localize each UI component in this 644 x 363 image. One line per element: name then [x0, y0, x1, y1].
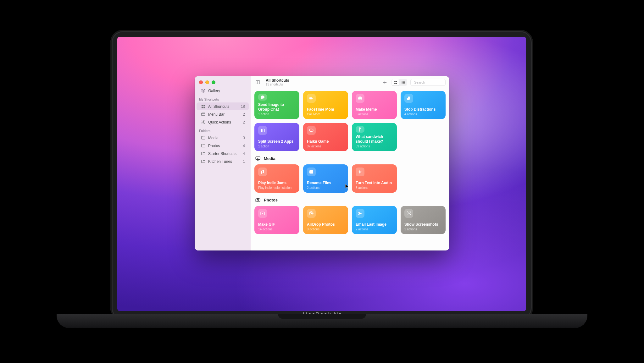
shortcut-title: Show Screenshots — [404, 222, 442, 227]
shortcut-title: Split Screen 2 Apps — [258, 139, 296, 144]
camera-icon — [255, 197, 261, 203]
shortcut-title: What sandwich should I make? — [356, 135, 393, 144]
shortcut-card[interactable]: Email Last Image 2 actions — [352, 206, 397, 234]
shortcuts-window: Gallery My Shortcuts All Shortcuts 18 Me… — [195, 76, 449, 250]
section-header-photos: Photos — [254, 193, 446, 206]
sidebar-item-count: 3 — [243, 136, 245, 140]
shortcut-subtitle: 5 actions — [356, 186, 393, 190]
shortcut-subtitle: 3 actions — [307, 228, 344, 231]
shortcut-card[interactable]: Split Screen 2 Apps 1 action — [254, 123, 299, 151]
sidebar-item-count: 2 — [243, 112, 245, 117]
grid-view-button[interactable] — [392, 79, 399, 85]
sidebar-folder-media[interactable]: Media 3 — [197, 134, 249, 142]
shortcut-card[interactable]: Turn Text Into Audio 5 actions — [352, 164, 397, 193]
finder-icon — [307, 168, 316, 176]
shortcut-card[interactable]: Haiku Game 37 actions — [303, 123, 348, 151]
airdrop-icon — [307, 209, 316, 218]
content-area: Send Image to Group Chat 1 action FaceTi… — [251, 89, 449, 250]
gear-icon — [201, 120, 206, 124]
view-switcher — [391, 79, 407, 86]
sidebar-item-label: Quick Actions — [208, 120, 231, 124]
shortcut-subtitle: 1 action — [258, 113, 296, 116]
main-pane: All Shortcuts 13 shortcuts Send Im — [251, 76, 449, 250]
sidebar-item-label: Starter Shortcuts — [208, 151, 236, 156]
shortcut-card[interactable]: Stop Distractions 4 actions — [401, 91, 446, 119]
list-view-button[interactable] — [399, 79, 407, 85]
shortcut-subtitle: Play indie radion station — [258, 186, 296, 190]
shortcut-card[interactable]: Show Screenshots 2 actions — [401, 206, 446, 234]
fullscreen-button[interactable] — [212, 80, 215, 84]
sidebar-folder-kitchen-tunes[interactable]: Kitchen Tunes 1 — [197, 157, 249, 165]
sidebar-item-gallery[interactable]: Gallery — [197, 87, 249, 95]
stack-icon — [201, 88, 206, 93]
sidebar: Gallery My Shortcuts All Shortcuts 18 Me… — [195, 76, 251, 250]
window-traffic-lights — [195, 79, 251, 87]
music-icon — [258, 168, 267, 176]
sidebar-item-menu-bar[interactable]: Menu Bar 2 — [197, 110, 249, 118]
sidebar-item-count: 2 — [243, 120, 245, 124]
sidebar-folder-starter-shortcuts[interactable]: Starter Shortcuts 4 — [197, 150, 249, 157]
sidebar-heading-my-shortcuts: My Shortcuts — [195, 95, 251, 102]
sidebar-item-label: Menu Bar — [208, 112, 225, 117]
shortcut-card[interactable]: Rename Files 2 actions — [303, 164, 348, 193]
bubble-icon — [307, 126, 316, 135]
hand-icon — [404, 94, 413, 103]
page-subtitle: 13 shortcuts — [266, 83, 289, 86]
shortcut-title: Make Meme — [356, 107, 393, 112]
shortcut-title: AirDrop Photos — [307, 222, 344, 227]
shortcut-subtitle: 3 actions — [356, 113, 393, 116]
shortcut-title: Send Image to Group Chat — [258, 102, 296, 112]
shortcut-subtitle: 1 action — [258, 145, 296, 148]
facetime-icon — [307, 94, 316, 103]
search-input[interactable] — [414, 80, 449, 84]
shortcut-card[interactable]: Play Indie Jams Play indie radion statio… — [254, 164, 299, 193]
gif-icon — [258, 209, 267, 218]
shortcut-card[interactable]: FaceTime Mom Call Mom — [303, 91, 348, 119]
shortcut-grid-photos: Make GIF 14 actions AirDrop Photos 3 act… — [254, 206, 446, 234]
shortcut-card[interactable]: AirDrop Photos 3 actions — [303, 206, 348, 234]
minimize-button[interactable] — [205, 80, 209, 84]
chat-icon — [258, 94, 267, 101]
shortcut-subtitle: 39 actions — [356, 145, 393, 148]
tv-icon — [255, 156, 261, 161]
section-label: Media — [264, 156, 275, 161]
shortcut-title: Play Indie Jams — [258, 181, 296, 185]
folder-icon — [201, 151, 206, 156]
shortcut-subtitle: 4 actions — [404, 113, 442, 116]
sidebar-item-label: Kitchen Tunes — [208, 159, 232, 164]
shortcut-card[interactable]: What sandwich should I make? 39 actions — [352, 123, 397, 151]
close-button[interactable] — [199, 80, 203, 84]
sidebar-folder-photos[interactable]: Photos 4 — [197, 142, 249, 150]
shortcut-subtitle: 2 actions — [356, 228, 393, 231]
toolbar: All Shortcuts 13 shortcuts — [251, 76, 449, 89]
shortcut-card[interactable]: Make GIF 14 actions — [254, 206, 299, 234]
shortcut-subtitle: 14 actions — [258, 228, 296, 231]
sidebar-item-quick-actions[interactable]: Quick Actions 2 — [197, 118, 249, 126]
folder-icon — [201, 143, 206, 148]
laptop-frame: MacBook Air Gallery My Shortcuts All Sho… — [110, 30, 533, 321]
shortcut-title: Rename Files — [307, 181, 344, 185]
window-title-block: All Shortcuts 13 shortcuts — [266, 79, 289, 86]
laptop-base — [57, 314, 587, 328]
sidebar-item-label: Gallery — [208, 89, 220, 93]
send-icon — [356, 209, 364, 218]
shortcut-grid-top: Send Image to Group Chat 1 action FaceTi… — [254, 91, 446, 151]
screenshot-icon — [404, 209, 413, 218]
grid-icon — [201, 104, 206, 109]
smile-icon — [356, 94, 364, 103]
sidebar-item-count: 18 — [241, 104, 245, 109]
canvas: { "device_label":"MacBook Air", "sidebar… — [0, 0, 644, 363]
new-shortcut-button[interactable] — [381, 79, 388, 86]
sidebar-item-count: 1 — [243, 159, 245, 164]
shortcut-title: Haiku Game — [307, 139, 344, 144]
shortcut-card[interactable]: Send Image to Group Chat 1 action — [254, 91, 299, 119]
shortcut-title: Turn Text Into Audio — [356, 181, 393, 185]
shortcut-title: Email Last Image — [356, 222, 393, 227]
sidebar-heading-folders: Folders — [195, 126, 251, 134]
toggle-sidebar-button[interactable] — [254, 79, 261, 86]
shortcut-card[interactable]: Make Meme 3 actions — [352, 91, 397, 119]
shortcut-subtitle: 2 actions — [307, 186, 344, 190]
search-box[interactable] — [410, 79, 446, 86]
sidebar-item-all-shortcuts[interactable]: All Shortcuts 18 — [197, 102, 249, 110]
shortcut-subtitle: 2 actions — [404, 228, 442, 231]
